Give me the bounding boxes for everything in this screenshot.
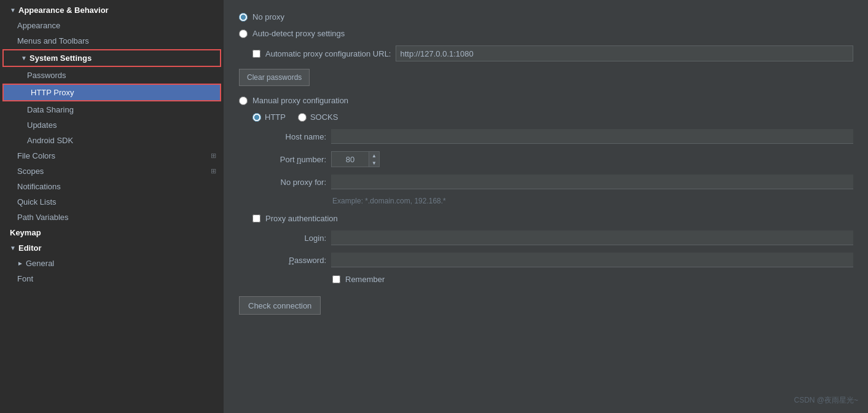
http-socks-row: HTTP SOCKS xyxy=(252,112,853,122)
port-down-button[interactable]: ▼ xyxy=(369,159,379,167)
sidebar-item-label: Font xyxy=(17,274,33,283)
socks-radio[interactable] xyxy=(298,113,307,122)
sidebar-item-appearance-behavior[interactable]: ▼ Appearance & Behavior xyxy=(0,2,224,18)
manual-proxy-label: Manual proxy configuration xyxy=(252,96,348,105)
sidebar-item-label: Path Variables xyxy=(17,213,69,222)
password-input[interactable] xyxy=(331,253,853,267)
proxy-auth-row: Proxy authentication xyxy=(252,214,853,223)
http-option: HTTP xyxy=(252,112,286,122)
watermark: CSDN @夜雨星光~ xyxy=(794,395,858,406)
check-connection-button[interactable]: Check connection xyxy=(239,296,321,315)
socks-label: SOCKS xyxy=(310,112,338,122)
port-number-label: Port number: xyxy=(252,155,326,164)
sidebar-item-updates[interactable]: Updates xyxy=(0,117,224,133)
sidebar-item-label: Appearance xyxy=(17,21,60,30)
sidebar-item-label: Updates xyxy=(27,120,57,130)
sidebar-item-menus-toolbars[interactable]: Menus and Toolbars xyxy=(0,33,224,49)
sidebar-item-font[interactable]: Font xyxy=(0,271,224,286)
sidebar-item-general[interactable]: ► General xyxy=(0,256,224,271)
auto-proxy-url-label: Automatic proxy configuration URL: xyxy=(265,49,391,58)
sidebar-item-label: General xyxy=(26,259,54,268)
no-proxy-radio[interactable] xyxy=(239,13,248,22)
copy-icon: ⊞ xyxy=(211,167,216,175)
sidebar-item-label: Editor xyxy=(18,243,42,253)
auto-proxy-url-row: Automatic proxy configuration URL: xyxy=(252,45,853,61)
sidebar-item-system-settings[interactable]: ▼ System Settings xyxy=(2,49,221,67)
sidebar-item-label: System Settings xyxy=(29,53,92,63)
port-up-button[interactable]: ▲ xyxy=(369,152,379,159)
sidebar-item-notifications[interactable]: Notifications xyxy=(0,179,224,194)
http-radio[interactable] xyxy=(252,113,261,122)
host-name-input[interactable] xyxy=(331,129,853,144)
port-input-wrapper: ▲ ▼ xyxy=(331,151,380,167)
proxy-auth-checkbox[interactable] xyxy=(252,214,260,222)
host-name-label: Host name: xyxy=(252,132,326,141)
no-proxy-for-input[interactable] xyxy=(331,175,853,189)
sidebar-item-label: Notifications xyxy=(17,182,61,191)
port-spinners: ▲ ▼ xyxy=(369,152,379,167)
sidebar-item-editor[interactable]: ▼ Editor xyxy=(0,240,224,256)
sidebar-item-data-sharing[interactable]: Data Sharing xyxy=(0,102,224,117)
sidebar-item-label: Android SDK xyxy=(27,136,73,145)
login-label: Login: xyxy=(252,234,326,243)
sidebar-item-keymap[interactable]: Keymap xyxy=(0,225,224,240)
remember-row: Remember xyxy=(332,275,853,284)
port-number-row: Port number: ▲ ▼ xyxy=(252,151,853,167)
sidebar-item-label: File Colors xyxy=(17,151,55,160)
sidebar-item-passwords[interactable]: Passwords xyxy=(0,68,224,83)
manual-proxy-radio[interactable] xyxy=(239,96,248,105)
proxy-url-input[interactable] xyxy=(396,45,853,61)
sidebar-item-label: Quick Lists xyxy=(17,197,57,206)
auto-detect-radio[interactable] xyxy=(239,30,248,38)
triangle-icon: ▼ xyxy=(10,7,16,14)
sidebar-item-scopes[interactable]: Scopes ⊞ xyxy=(0,163,224,179)
sidebar-item-android-sdk[interactable]: Android SDK xyxy=(0,133,224,148)
no-proxy-for-row: No proxy for: xyxy=(252,175,853,189)
auto-proxy-checkbox[interactable] xyxy=(252,50,260,58)
sidebar-item-label: Appearance & Behavior xyxy=(18,6,109,15)
login-input[interactable] xyxy=(331,230,853,245)
auto-detect-row: Auto-detect proxy settings xyxy=(239,29,853,38)
manual-proxy-header: Manual proxy configuration xyxy=(239,96,853,105)
no-proxy-label: No proxy xyxy=(252,12,284,22)
no-proxy-row: No proxy xyxy=(239,12,853,22)
triangle-icon: ▼ xyxy=(10,245,16,251)
sidebar-item-label: Keymap xyxy=(10,228,41,237)
socks-option: SOCKS xyxy=(298,112,338,122)
sidebar-item-appearance[interactable]: Appearance xyxy=(0,18,224,33)
sidebar-item-label: HTTP Proxy xyxy=(31,88,74,97)
sidebar-item-path-variables[interactable]: Path Variables xyxy=(0,210,224,225)
triangle-icon: ► xyxy=(17,260,23,267)
sidebar-item-quick-lists[interactable]: Quick Lists xyxy=(0,194,224,210)
sidebar-item-label: Menus and Toolbars xyxy=(17,36,89,45)
sidebar-item-file-colors[interactable]: File Colors ⊞ xyxy=(0,148,224,163)
clear-passwords-button[interactable]: Clear passwords xyxy=(239,69,310,86)
login-row: Login: xyxy=(252,230,853,245)
sidebar-item-label: Scopes xyxy=(17,167,44,176)
sidebar-item-http-proxy[interactable]: HTTP Proxy xyxy=(2,84,221,101)
no-proxy-for-label: No proxy for: xyxy=(252,178,326,187)
sidebar: ▼ Appearance & Behavior Appearance Menus… xyxy=(0,0,224,413)
port-underline: n xyxy=(297,155,301,164)
password-label: Password: xyxy=(252,256,326,265)
port-input[interactable] xyxy=(332,154,369,165)
sidebar-item-label: Passwords xyxy=(27,71,66,80)
main-content: No proxy Auto-detect proxy settings Auto… xyxy=(224,0,868,413)
host-name-row: Host name: xyxy=(252,129,853,144)
sidebar-item-label: Data Sharing xyxy=(27,105,74,114)
remember-checkbox[interactable] xyxy=(332,275,340,283)
example-text: Example: *.domain.com, 192.168.* xyxy=(332,197,853,205)
remember-label: Remember xyxy=(345,275,385,284)
triangle-icon: ▼ xyxy=(21,55,27,61)
http-label: HTTP xyxy=(265,112,286,122)
password-row: Password: xyxy=(252,253,853,267)
proxy-auth-label: Proxy authentication xyxy=(265,214,338,223)
copy-icon: ⊞ xyxy=(211,152,216,160)
auto-detect-label: Auto-detect proxy settings xyxy=(252,29,345,38)
